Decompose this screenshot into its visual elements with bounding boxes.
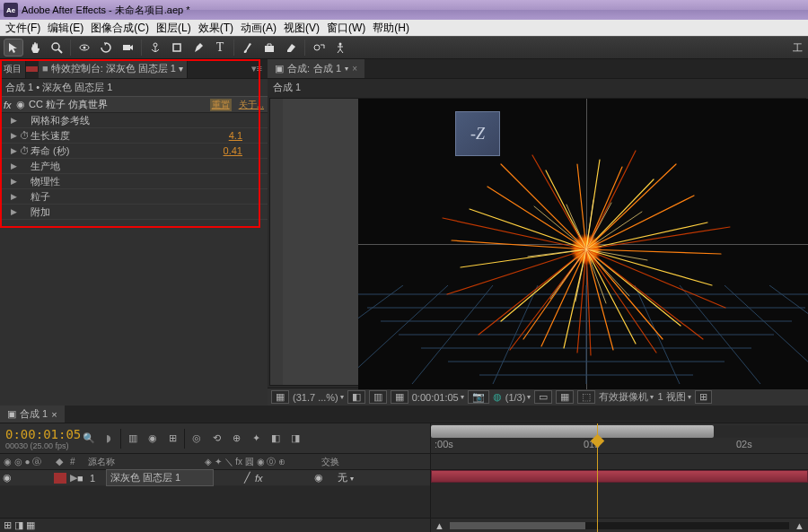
pen-tool[interactable] (189, 39, 208, 57)
graph-icon[interactable]: ⊞ (164, 431, 180, 447)
blend-mode-dropdown[interactable]: 无 ▾ (327, 471, 381, 484)
zoom-tool[interactable] (47, 39, 66, 57)
menu-animation[interactable]: 动画(A) (237, 21, 280, 36)
effect-visibility-icon[interactable]: ◉ (16, 99, 29, 110)
label-icon[interactable]: ◆ (56, 456, 63, 467)
guides-icon[interactable]: ▦ (391, 390, 408, 404)
text-tool[interactable]: T (210, 39, 230, 57)
tab-color-swatch[interactable] (26, 66, 39, 72)
stopwatch-icon[interactable]: ⏱ (20, 130, 31, 141)
current-time[interactable]: 0:00:01:05 00030 (25.00 fps) (0, 427, 81, 450)
prop-value[interactable]: 0.41 (224, 145, 242, 156)
zoom-in-icon[interactable]: ▲ (795, 520, 804, 531)
layer-switch-icon[interactable]: ◨ (287, 431, 303, 447)
prop-extras[interactable]: ▶附加 (0, 205, 268, 220)
shy-icon[interactable]: ◗ (101, 431, 117, 447)
motion-blur-icon[interactable]: ◉ (145, 431, 161, 447)
transparency-icon[interactable]: ▦ (556, 390, 574, 404)
orbit-tool[interactable] (75, 39, 94, 57)
tab-close-icon[interactable]: × (51, 409, 57, 420)
work-area-bar[interactable] (431, 425, 714, 438)
draft-3d-icon[interactable]: ◎ (189, 431, 205, 447)
brainstorm-icon[interactable]: ✦ (248, 431, 264, 447)
prop-grid[interactable]: ▶网格和参考线 (0, 113, 268, 128)
blend-mode-icon[interactable]: ◉ (314, 472, 327, 484)
comp-tab[interactable]: ▣ 合成: 合成 1 ▾ × (268, 59, 364, 78)
toggle-switches-icon[interactable]: ⊞ ◨ ▦ (4, 519, 35, 531)
camera-tool[interactable] (118, 39, 137, 57)
project-tab[interactable]: 项目 (0, 60, 26, 78)
layer-color-swatch[interactable] (54, 473, 66, 484)
menu-help[interactable]: 帮助(H) (369, 21, 413, 36)
expand-icon[interactable]: ⊕ (228, 431, 244, 447)
res-dropdown[interactable]: (1/3) (505, 392, 531, 403)
disclosure-icon[interactable]: ▶ (11, 177, 20, 186)
panel-menu-icon[interactable]: ▾≡ (246, 63, 268, 74)
fx-switch-icon[interactable]: ╱ (241, 472, 253, 484)
menu-file[interactable]: 文件(F) (2, 21, 44, 36)
pixel-aspect-icon[interactable]: ⊞ (695, 390, 712, 404)
menu-edit[interactable]: 编辑(E) (44, 21, 87, 36)
layer-name[interactable]: 深灰色 固态层 1 (106, 469, 214, 486)
menu-view[interactable]: 视图(V) (280, 21, 323, 36)
layer-duration-bar[interactable] (431, 470, 808, 483)
frame-blend-icon[interactable]: ▥ (125, 431, 141, 447)
time-ruler[interactable]: :00s 01s 02s (431, 439, 808, 451)
col-source-name[interactable]: 源名称 (88, 456, 205, 468)
menu-layer[interactable]: 图层(L) (153, 21, 195, 36)
bone-icon[interactable]: ⟲ (208, 431, 224, 447)
effect-about-link[interactable]: 关于... (239, 99, 264, 111)
stopwatch-icon[interactable]: ⏱ (20, 145, 31, 156)
roto-tool[interactable] (309, 39, 329, 57)
prop-particle[interactable]: ▶粒子 (0, 189, 268, 205)
res-half-icon[interactable]: ◧ (347, 390, 365, 404)
prop-producer[interactable]: ▶生产地 (0, 159, 268, 174)
menu-effect[interactable]: 效果(T) (195, 21, 237, 36)
prop-value[interactable]: 4.1 (229, 130, 242, 141)
rotate-tool[interactable] (96, 39, 116, 57)
playhead[interactable] (597, 423, 598, 532)
workspace-label[interactable]: 工 (793, 41, 804, 55)
search-icon[interactable]: 🔍 (81, 431, 97, 447)
prop-longevity[interactable]: ▶⏱寿命 (秒)0.41 (0, 144, 268, 159)
grid-toggle-icon[interactable]: ▦ (271, 390, 289, 404)
snapshot-icon[interactable]: 📷 (468, 390, 489, 404)
col-number[interactable]: # (70, 457, 88, 467)
zoom-slider[interactable] (450, 522, 585, 529)
effect-header-row[interactable]: fx ◉ CC 粒子 仿真世界 重置 关于... (0, 96, 268, 113)
menu-composition[interactable]: 图像合成(C) (87, 21, 153, 36)
effect-controls-tab[interactable]: ■ 特效控制台: 深灰色 固态层 1 ▾ (39, 59, 188, 78)
reveal-icon[interactable]: ◧ (268, 431, 284, 447)
fx-toggle[interactable]: fx (253, 473, 269, 484)
timeline-track-area[interactable]: :00s 01s 02s ▲ ▲ (431, 423, 808, 532)
hand-tool[interactable] (25, 39, 45, 57)
brush-tool[interactable] (238, 39, 258, 57)
prop-birth-rate[interactable]: ▶⏱生长速度4.1 (0, 128, 268, 144)
time-display[interactable]: 0:00:01:05 (412, 392, 464, 403)
eraser-tool[interactable] (281, 39, 301, 57)
rect-tool[interactable] (167, 39, 187, 57)
visibility-icon[interactable]: ◉ (0, 472, 14, 484)
disclosure-icon[interactable]: ▶ (11, 131, 20, 140)
selection-tool[interactable] (4, 39, 23, 57)
disclosure-icon[interactable]: ▶ (11, 146, 20, 155)
clone-tool[interactable] (259, 39, 279, 57)
menu-window[interactable]: 窗口(W) (323, 21, 369, 36)
timeline-tab[interactable]: ▣ 合成 1 × (0, 406, 65, 423)
disclosure-icon[interactable]: ▶ (11, 116, 20, 125)
res-full-icon[interactable]: ▥ (369, 390, 387, 404)
zoom-dropdown[interactable]: (31.7 ...%) (293, 392, 344, 403)
3d-icon[interactable]: ⬚ (577, 390, 595, 404)
effect-reset-link[interactable]: 重置 (210, 99, 232, 111)
zoom-out-icon[interactable]: ▲ (435, 520, 444, 531)
disclosure-icon[interactable]: ▶ (11, 207, 20, 216)
channel-icon[interactable]: ◍ (493, 391, 502, 403)
disclosure-icon[interactable]: ▶ (11, 192, 20, 201)
tab-close-icon[interactable]: × (352, 64, 357, 74)
layer-row[interactable]: ◉ ▶ ■ 1 深灰色 固态层 1 ╱ fx ◉ 无 ▾ (0, 470, 430, 486)
anchor-tool[interactable] (145, 39, 165, 57)
camera-dropdown[interactable]: 有效摄像机 (599, 390, 654, 404)
prop-physics[interactable]: ▶物理性 (0, 174, 268, 189)
views-dropdown[interactable]: 1 视图 (657, 390, 690, 404)
composition-viewer[interactable]: -Z (269, 98, 806, 386)
